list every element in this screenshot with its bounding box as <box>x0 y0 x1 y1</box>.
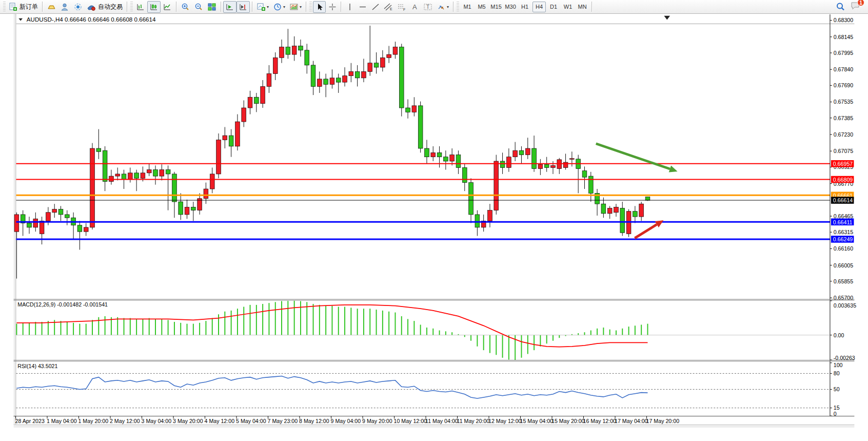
line-chart-icon <box>163 3 172 11</box>
notification-badge: 1 <box>857 0 864 6</box>
time-tick-label: 8 May 12:00 <box>299 418 329 424</box>
time-tick-label: 4 May 12:00 <box>205 418 235 424</box>
time-tick-label: 3 May 04:00 <box>142 418 172 424</box>
candlestick-icon <box>149 3 159 11</box>
new-order-button[interactable]: 新订单 <box>7 1 40 13</box>
text-button[interactable]: A <box>408 1 421 13</box>
timeframe-mn-button[interactable]: MN <box>576 2 589 12</box>
time-tick-label: 7 May 23:00 <box>268 418 298 424</box>
toolbar-separator <box>341 2 341 12</box>
candlestick-chart-button[interactable] <box>147 1 161 13</box>
macd-tick-label: 0.003635 <box>834 302 856 309</box>
macd-tick-label: -0.00263 <box>834 355 855 361</box>
status-strip <box>14 425 855 428</box>
toolbar-grip[interactable] <box>3 2 6 12</box>
line-chart-button[interactable] <box>161 1 174 13</box>
rsi-tick-label: 50 <box>834 386 840 392</box>
time-tick-label: 5 May 04:00 <box>236 418 266 424</box>
price-tick-label: 0.68145 <box>834 34 854 40</box>
price-tick-label: 0.65855 <box>834 278 854 284</box>
timeframe-m5-button[interactable]: M5 <box>475 2 488 12</box>
auto-scroll-button[interactable] <box>223 1 236 13</box>
zoom-out-button[interactable] <box>192 1 205 13</box>
timeframe-m30-button[interactable]: M30 <box>504 2 517 12</box>
templates-button[interactable]: ▾ <box>287 1 304 13</box>
trendline-button[interactable] <box>369 1 382 13</box>
price-tick-label: 0.66465 <box>834 213 854 219</box>
toolbar-separator <box>252 2 252 12</box>
periods-button[interactable]: ▾ <box>271 1 287 13</box>
zoom-in-button[interactable] <box>179 1 192 13</box>
time-tick-label: 9 May 20:00 <box>362 418 392 424</box>
time-tick-label: 15 May 20:00 <box>551 418 585 424</box>
notifications-button[interactable]: 1 <box>851 1 861 12</box>
autotrading-icon <box>87 3 96 11</box>
chart-shift-button[interactable] <box>236 1 250 13</box>
rsi-label: RSI(14) 43.5021 <box>17 363 57 369</box>
new-order-label: 新订单 <box>19 3 38 11</box>
toolbar: 新订单 自动交易 <box>0 0 868 14</box>
zoom-out-icon <box>194 3 203 11</box>
autotrading-button[interactable]: 自动交易 <box>85 1 125 13</box>
bar-chart-button[interactable] <box>134 1 147 13</box>
templates-icon <box>289 3 299 11</box>
fibonacci-button[interactable]: F <box>395 1 408 13</box>
chart-canvas[interactable]: 0.683000.681450.679950.678400.676900.675… <box>0 14 868 441</box>
svg-text:0.66809: 0.66809 <box>833 177 853 183</box>
vertical-line-button[interactable] <box>343 1 356 13</box>
crosshair-button[interactable] <box>326 1 339 13</box>
toolbar-separator <box>127 2 127 12</box>
timeframe-w1-button[interactable]: W1 <box>561 2 575 12</box>
time-tick-label: 9 May 04:00 <box>331 418 361 424</box>
toolbar-separator <box>306 2 306 12</box>
time-tick-label: 11 May 04:00 <box>425 418 458 424</box>
tile-windows-button[interactable] <box>205 1 219 13</box>
timeframe-h1-button[interactable]: H1 <box>518 2 531 12</box>
indicators-button[interactable]: ▾ <box>254 1 271 13</box>
timeframe-group: M1M5M15M30H1H4D1W1MN <box>460 2 589 12</box>
svg-text:F: F <box>403 8 405 11</box>
chevron-down-icon: ▾ <box>283 5 285 9</box>
periods-icon <box>273 3 282 11</box>
horizontal-line-button[interactable] <box>356 1 369 13</box>
svg-text:T: T <box>426 4 429 10</box>
time-tick-label: 3 May 20:00 <box>173 418 203 424</box>
price-badge: 0.66809 <box>831 176 854 183</box>
arrows-tool-button[interactable]: ▾ <box>435 1 451 13</box>
crosshair-icon <box>328 3 337 11</box>
chevron-down-icon: ▾ <box>300 5 302 9</box>
toolbar-grip[interactable] <box>309 2 312 12</box>
cursor-button[interactable] <box>313 1 326 13</box>
fibonacci-icon: F <box>397 3 406 11</box>
zoom-in-icon <box>181 3 190 11</box>
timeframe-h4-button[interactable]: H4 <box>532 2 546 12</box>
timeframe-d1-button[interactable]: D1 <box>547 2 560 12</box>
time-tick-label: 28 Apr 2023 <box>15 418 44 424</box>
chart-window: 0.683000.681450.679950.678400.676900.675… <box>0 14 868 441</box>
symbol-title-label: AUDUSD-,H4 0.66646 0.66646 0.66608 0.666… <box>27 16 156 23</box>
time-tick-label: 10 May 12:00 <box>394 418 427 424</box>
vertical-line-icon <box>346 3 353 11</box>
svg-text:E: E <box>390 7 392 11</box>
horizontal-line-icon <box>359 3 367 11</box>
toolbar-grip[interactable] <box>457 2 459 12</box>
timeframe-m15-button[interactable]: M15 <box>489 2 503 12</box>
toolbar-separator <box>453 2 453 12</box>
search-button[interactable] <box>834 1 847 13</box>
profile-button[interactable] <box>58 1 71 13</box>
text-label-button[interactable]: T <box>421 1 435 13</box>
price-tick-label: 0.67075 <box>834 148 854 154</box>
timeframe-m1-button[interactable]: M1 <box>461 2 474 12</box>
market-watch-button[interactable] <box>45 1 58 13</box>
channel-button[interactable]: E <box>382 1 395 13</box>
broadcast-button[interactable] <box>71 1 85 13</box>
svg-text:0.66249: 0.66249 <box>833 236 853 242</box>
rsi-tick-label: 100 <box>834 362 843 368</box>
toolbar-grip[interactable] <box>130 2 133 12</box>
price-tick-label: 0.67995 <box>834 50 854 56</box>
tile-windows-icon <box>207 3 216 11</box>
toolbar-separator <box>221 2 221 12</box>
price-tick-label: 0.67840 <box>834 66 854 72</box>
channel-icon: E <box>384 3 393 11</box>
svg-text:A: A <box>412 3 417 11</box>
